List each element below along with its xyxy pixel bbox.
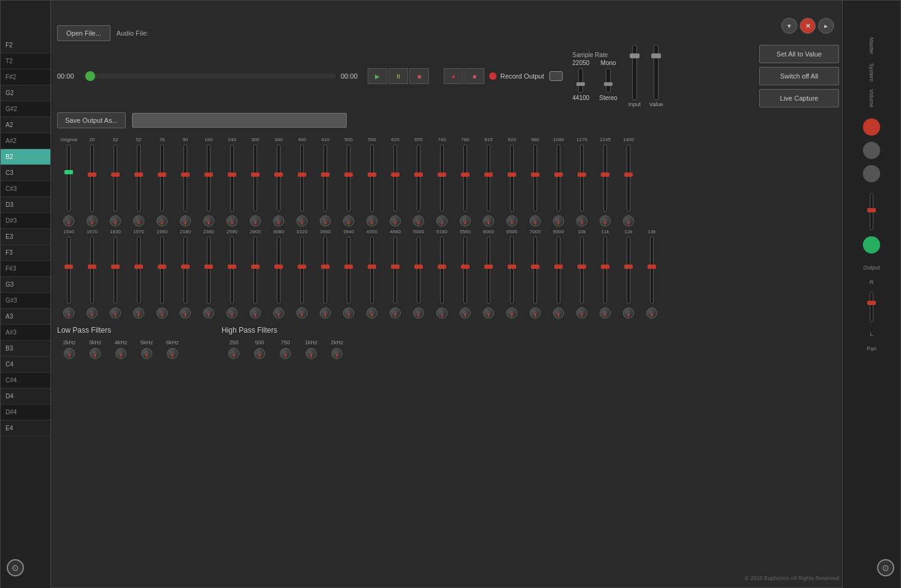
piano-key-c3[interactable]: C3	[1, 165, 50, 181]
eq-vslider-4350[interactable]	[370, 236, 374, 304]
eq-vslider-1245[interactable]	[603, 144, 607, 212]
eq-knob-2590[interactable]	[226, 308, 238, 319]
play-button[interactable]: ▶	[368, 68, 387, 84]
eq-knob-1540[interactable]	[63, 308, 74, 319]
eq-vslider-1670[interactable]	[90, 236, 94, 304]
eq-vslider-2800[interactable]	[253, 236, 257, 304]
piano-key-d4[interactable]: D4	[1, 389, 50, 404]
piano-key-a3[interactable]: A3	[1, 309, 50, 325]
eq-vslider-3940[interactable]	[347, 236, 350, 304]
eq-vslider-5180[interactable]	[440, 236, 444, 304]
eq-vslider-400[interactable]	[300, 144, 304, 212]
eq-vslider-2360[interactable]	[207, 236, 211, 304]
eq-knob-1245[interactable]	[600, 215, 611, 226]
eq-vslider-340[interactable]	[277, 144, 280, 212]
eq-knob-76[interactable]	[157, 215, 168, 226]
eq-knob-5000[interactable]	[413, 308, 424, 319]
piano-key-csharp3[interactable]: C#3	[1, 181, 50, 197]
eq-vslider-500[interactable]	[347, 144, 350, 212]
eq-vslider-6500[interactable]	[510, 236, 514, 304]
eq-knob-4680[interactable]	[390, 308, 401, 319]
playhead-track[interactable]	[84, 74, 336, 79]
circle-btn-bottomleft[interactable]: ⊙	[7, 559, 24, 576]
eq-knob-2360[interactable]	[203, 308, 214, 319]
eq-vslider-1400[interactable]	[627, 144, 630, 212]
eq-vslider-1170[interactable]	[580, 144, 584, 212]
mono-stereo-slider[interactable]	[606, 68, 611, 93]
piano-key-asharp2[interactable]: A#2	[1, 133, 50, 149]
eq-knob-52[interactable]	[133, 215, 144, 226]
piano-key-dsharp3[interactable]: D#3	[1, 213, 50, 229]
eq-knob-13k[interactable]	[646, 308, 657, 319]
eq-vslider-240[interactable]	[230, 144, 234, 212]
piano-key-e3[interactable]: E3	[1, 229, 50, 245]
piano-key-d3[interactable]: D3	[1, 197, 50, 213]
eq-vslider-1830[interactable]	[114, 236, 117, 304]
value-slider[interactable]	[654, 45, 659, 100]
eq-knob-590[interactable]	[366, 215, 377, 226]
eq-knob-655[interactable]	[413, 215, 424, 226]
filter-knob-2kHz[interactable]	[64, 348, 75, 359]
eq-vslider-1970[interactable]	[137, 236, 141, 304]
eq-vslider-410[interactable]	[323, 144, 327, 212]
input-slider[interactable]	[632, 45, 637, 100]
eq-knob-1970[interactable]	[133, 308, 144, 319]
pause-button[interactable]: ⏸	[389, 68, 408, 84]
open-file-button[interactable]: Open File...	[57, 25, 110, 41]
piano-key-fsharp3[interactable]: F#3	[1, 261, 50, 277]
eq-vslider-10k[interactable]	[580, 236, 584, 304]
eq-knob-620[interactable]	[390, 215, 401, 226]
eq-vslider-5560[interactable]	[463, 236, 467, 304]
piano-key-gsharp2[interactable]: G#2	[1, 101, 50, 117]
eq-knob-240[interactable]	[226, 215, 238, 226]
output-slider[interactable]	[870, 292, 873, 322]
playhead-handle[interactable]	[85, 71, 95, 81]
piano-key-fsharp2[interactable]: F#2	[1, 69, 50, 85]
eq-knob-11k[interactable]	[600, 308, 611, 319]
eq-knob-740[interactable]	[436, 215, 447, 226]
eq-vslider-815[interactable]	[487, 144, 490, 212]
eq-knob-10k[interactable]	[576, 308, 587, 319]
piano-key-e4[interactable]: E4	[1, 420, 50, 436]
eq-knob-410[interactable]	[320, 215, 331, 226]
eq-knob-3940[interactable]	[343, 308, 354, 319]
filter-knob-1kHz[interactable]	[306, 348, 317, 359]
eq-knob-20[interactable]	[87, 215, 98, 226]
eq-vslider-20[interactable]	[90, 144, 94, 212]
live-capture-button[interactable]: Live Capture	[759, 89, 839, 107]
eq-vslider-920[interactable]	[510, 144, 514, 212]
eq-knob-400[interactable]	[296, 215, 307, 226]
eq-vslider-2180[interactable]	[184, 236, 187, 304]
master-slider[interactable]	[870, 193, 873, 230]
eq-vslider-52[interactable]	[137, 144, 141, 212]
switch-off-all-button[interactable]: Switch off All	[759, 67, 839, 85]
eq-knob-3320[interactable]	[296, 308, 307, 319]
eq-knob-340[interactable]	[273, 215, 284, 226]
eq-knob-1980[interactable]	[157, 308, 168, 319]
eq-vslider-Original[interactable]	[67, 144, 71, 212]
set-all-button[interactable]: Set All to Value	[759, 45, 839, 63]
eq-knob-9000[interactable]	[553, 308, 564, 319]
filter-knob-500[interactable]	[254, 348, 265, 359]
piano-key-g3[interactable]: G3	[1, 277, 50, 293]
filter-knob-6kHz[interactable]	[167, 348, 178, 359]
eq-vslider-740[interactable]	[440, 144, 444, 212]
save-output-button[interactable]: Save Output As...	[57, 112, 126, 128]
record-button[interactable]: ●	[444, 68, 463, 84]
eq-vslider-90[interactable]	[184, 144, 187, 212]
eq-vslider-980[interactable]	[533, 144, 537, 212]
eq-vslider-7000[interactable]	[533, 236, 537, 304]
filter-knob-5kHz[interactable]	[141, 348, 152, 359]
eq-knob-6000[interactable]	[483, 308, 494, 319]
piano-key-dsharp4[interactable]: D#4	[1, 404, 50, 420]
eq-knob-1670[interactable]	[87, 308, 98, 319]
eq-vslider-780[interactable]	[463, 144, 467, 212]
eq-vslider-655[interactable]	[417, 144, 420, 212]
eq-knob-500[interactable]	[343, 215, 354, 226]
eq-knob-920[interactable]	[506, 215, 517, 226]
stop-button[interactable]: ■	[409, 68, 429, 84]
piano-key-f3[interactable]: F3	[1, 245, 50, 261]
eq-knob-815[interactable]	[483, 215, 494, 226]
piano-key-b3[interactable]: B3	[1, 341, 50, 357]
eq-knob-5560[interactable]	[460, 308, 471, 319]
